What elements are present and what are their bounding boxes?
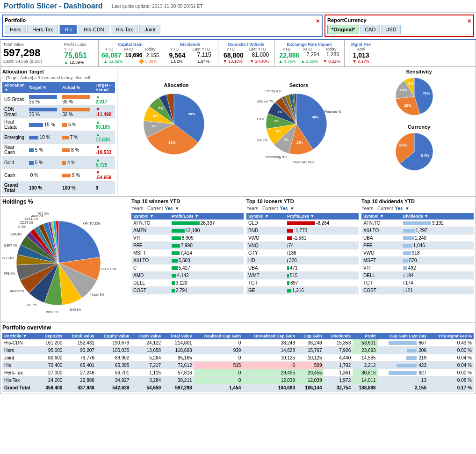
currency-cad[interactable]: CAD — [361, 25, 380, 34]
dividends-row: UBA 1,240 — [361, 234, 474, 242]
profit-loss-block: Profit / Loss YTD 75,651 ▲ 12.59% — [61, 40, 99, 66]
ov-col-capgain: Cap Gain — [297, 333, 324, 339]
tab-joint[interactable]: Joint — [139, 25, 160, 34]
alloc-actual: 32 % — [60, 106, 94, 118]
alloc-col-actual: Actual % — [60, 82, 94, 93]
alloc-diff: ▲ 2,017 — [94, 93, 115, 106]
losers-value: 515 — [285, 272, 359, 279]
right-charts: Sensitivity 45%28%18%9% Currency 64%36% — [384, 69, 454, 177]
ov-unrealcap: 10,125 — [243, 354, 297, 362]
losers-filter: Years - Current Yes ▼ — [246, 206, 359, 211]
div-symbol: MSFT — [361, 257, 401, 264]
winners-filter: Years - Current Yes ▼ — [131, 206, 244, 211]
currency-clear-btn[interactable]: ✕ — [467, 18, 471, 24]
allocation-pie-svg: 35%32%9%8%7% — [139, 89, 214, 164]
alloc-name: US Broad — [2, 93, 27, 106]
ov-capgain: 12,039 — [297, 377, 324, 384]
alloc-row: US Broad 35 % 35 % ▲ 2,017 — [2, 93, 115, 106]
exc-values: 22,886 7,254 1,285 — [277, 51, 341, 59]
alloc-row: Emerging 10 % 7 % ▲ 17,835 — [2, 131, 115, 144]
ov-equity: 65,395 — [96, 362, 131, 369]
ov-fee: 0.00 % — [428, 347, 474, 354]
holdings-label: UBA 4% — [10, 233, 22, 236]
pie-label: 9% — [408, 81, 414, 86]
dividends-label: Dividends — [165, 42, 215, 47]
winners-symbol: MSFT — [131, 249, 170, 257]
allocation-panel: Allocation Target If [Target-Actual] > 0… — [0, 67, 117, 196]
ov-total: 95,165 — [163, 354, 194, 362]
winners-symbol: XFN.TO — [131, 220, 170, 227]
allocation-title: Allocation Target — [2, 69, 115, 74]
overview-section: Portfolio overview Portfolio ▼ Deposits … — [0, 322, 476, 394]
tab-hers[interactable]: Hers — [5, 25, 26, 34]
portfolio-clear-btn[interactable]: ✕ — [316, 18, 320, 24]
losers-value: 136 — [285, 249, 359, 257]
losers-symbol: GTY — [246, 249, 285, 257]
winners-row: AMD 4,142 — [131, 272, 244, 279]
ov-deposits: 24,200 — [38, 377, 65, 384]
winners-symbol: COST — [131, 287, 170, 294]
losers-symbol: TGT — [246, 279, 285, 287]
ov-lastday: 13 — [378, 377, 428, 384]
pie-label: 18% — [399, 88, 407, 92]
mgmt-label: Mgmt Fee — [347, 42, 375, 47]
alloc-name: Emerging — [2, 131, 27, 144]
alloc-actual: 4 % — [60, 156, 94, 169]
currency-original[interactable]: *Original* — [327, 25, 359, 34]
ov-book: 27,246 — [64, 369, 96, 377]
allocation-subtitle: If [Target-Actual] > 0 then need to buy,… — [2, 75, 115, 80]
losers-filter-icon[interactable]: ▼ — [290, 206, 295, 211]
losers-symbol: VWO — [246, 234, 285, 242]
header: Portfolio Slicer - Dashboard Last quote … — [0, 0, 476, 13]
alloc-diff: ▲ 5,725 — [94, 156, 115, 169]
winners-row: MSFT 7,414 — [131, 249, 244, 257]
winners-filter-icon[interactable]: ▼ — [175, 206, 180, 211]
dividends-filter-icon[interactable]: ▼ — [405, 206, 410, 211]
cap-mtd-label: MTD — [124, 47, 134, 51]
holdings-label: MSFT 4% — [4, 244, 17, 247]
tab-his-cdn[interactable]: His-CDN — [79, 25, 109, 34]
winners-panel: Top 10 winners YTD Years - Current Yes ▼… — [131, 198, 244, 320]
alloc-col-diff: Target - Actual — [94, 82, 115, 93]
ov-profit: 53,601 — [353, 339, 377, 347]
ov-realcap: 515 — [194, 362, 243, 369]
holdings-label: GLD 4% — [2, 256, 14, 260]
overview-row: His 70,400 65,401 65,395 7,217 72,612 51… — [2, 362, 474, 369]
alloc-name: Real Estate — [2, 118, 27, 131]
div-symbol: XFN.TO — [361, 220, 401, 227]
allocation-chart: Allocation 35%32%9%8%7% — [139, 82, 214, 164]
ov-deposits: 161,200 — [38, 339, 65, 347]
tab-hers-tax[interactable]: Hers-Tax — [27, 25, 58, 34]
holdings-title: Holdings % — [2, 198, 129, 205]
ov-unrealcap: 12,039 — [243, 377, 297, 384]
currency-usd[interactable]: USD — [381, 25, 400, 34]
tab-his-tax[interactable]: His-Tax — [111, 25, 138, 34]
ov-book: 22,888 — [64, 377, 96, 384]
alloc-target: 30 % — [27, 106, 60, 118]
cap-today-pct: 🔶 0.36% — [139, 59, 157, 64]
holdings-label: XFN.TO 23% — [83, 222, 101, 225]
div-value: 3,192 — [401, 220, 474, 227]
exc-ytd-pct: ▲ 4.36% — [278, 59, 296, 64]
div-value: 492 — [401, 264, 474, 272]
div-col-symbol: Symbol ▼ — [361, 213, 401, 220]
portfolio-tabs: Hers Hers-Tax His His-CDN His-Tax Joint — [5, 25, 320, 34]
total-value-block: Total Value 597,298 Cash: 54,659 (9.2%) — [0, 40, 61, 66]
alloc-row: Cash 0 % 9 % ▼ -54,659 — [2, 169, 115, 182]
ov-fee: 0.04 % — [428, 354, 474, 362]
overview-row: Hers-Tax 27,000 27,246 56,701 1,115 57,8… — [2, 369, 474, 377]
ov-equity: 56,701 — [96, 369, 131, 377]
overview-row: Joint 80,600 79,776 89,902 5,264 95,165 … — [2, 354, 474, 362]
ov-dividends: 1,972 — [324, 377, 353, 384]
div-lastydt-pct: 1.84% — [198, 59, 210, 64]
tab-his[interactable]: His — [59, 25, 77, 34]
dividends-filter: Years - Current Yes ▼ — [361, 206, 474, 211]
dividends-filter-label: Years - Current — [361, 206, 393, 211]
ov-unrealcap: 14,828 — [243, 347, 297, 354]
alloc-actual: 35 % — [60, 93, 94, 106]
cap-today-val: 2,155 — [146, 52, 159, 58]
winners-filter-label: Years - Current — [131, 206, 163, 211]
losers-value: 74 — [285, 242, 359, 249]
deposits-block: Deposits / Wdrwls YTD Last YTD 68,800 81… — [218, 40, 274, 66]
alloc-target: 15 % — [27, 118, 60, 131]
